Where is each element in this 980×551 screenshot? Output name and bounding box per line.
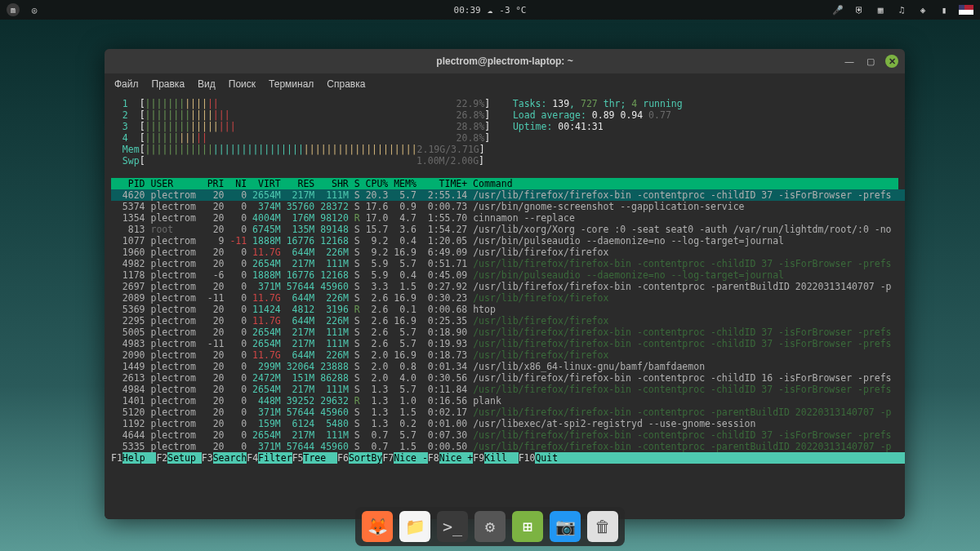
window-titlebar[interactable]: plectrom@plectrom-laptop: ~ — ▢ ✕ [105, 49, 905, 73]
mic-icon[interactable]: 🎤 [831, 3, 844, 16]
chip-icon[interactable]: ▦ [874, 3, 887, 16]
dock-apps-icon[interactable]: ⊞ [512, 511, 543, 542]
menu-Терминал[interactable]: Терминал [269, 78, 314, 90]
weather-temp[interactable]: -3 °C [499, 5, 526, 16]
dock-firefox-icon[interactable]: 🦊 [362, 511, 393, 542]
menu-Вид[interactable]: Вид [198, 78, 216, 90]
terminal-content[interactable]: 1 [||||||||||||| 22.9%] Tasks: 139, 727 … [105, 95, 905, 519]
menu-Справка[interactable]: Справка [327, 78, 365, 90]
close-button[interactable]: ✕ [885, 55, 898, 68]
top-panel: m ◎ 00:39 ☁ -3 °C 🎤 ⛨ ▦ ♫ ◈ ▮ [0, 0, 980, 20]
shield-icon[interactable]: ⛨ [853, 3, 866, 16]
clock[interactable]: 00:39 [454, 5, 481, 16]
wifi-icon[interactable]: ◈ [916, 3, 929, 16]
dock-screenshot-icon[interactable]: 📷 [550, 511, 581, 542]
menu-Файл[interactable]: Файл [114, 78, 139, 90]
maximize-button[interactable]: ▢ [864, 55, 877, 68]
music-icon[interactable]: ♫ [895, 3, 908, 16]
menu-Правка[interactable]: Правка [152, 78, 185, 90]
window-title: plectrom@plectrom-laptop: ~ [436, 56, 572, 67]
battery-icon[interactable]: ▮ [938, 3, 951, 16]
dock-trash-icon[interactable]: 🗑 [587, 511, 618, 542]
weather-icon: ☁ [488, 5, 493, 16]
mint-menu-icon[interactable]: m [7, 3, 20, 16]
minimize-button[interactable]: — [843, 55, 856, 68]
dock-settings-icon[interactable]: ⚙ [474, 511, 506, 542]
menubar: ФайлПравкаВидПоискТерминалСправка [105, 73, 905, 95]
dock-files-icon[interactable]: 📁 [399, 511, 430, 542]
menu-Поиск[interactable]: Поиск [229, 78, 256, 90]
terminal-window: plectrom@plectrom-laptop: ~ — ▢ ✕ ФайлПр… [105, 49, 905, 519]
keyboard-layout-flag[interactable] [959, 5, 973, 15]
dock-terminal-icon[interactable]: >_ [437, 511, 468, 542]
dock: 🦊 📁 >_ ⚙ ⊞ 📷 🗑 [355, 507, 625, 546]
radio-icon[interactable]: ◎ [28, 3, 41, 16]
